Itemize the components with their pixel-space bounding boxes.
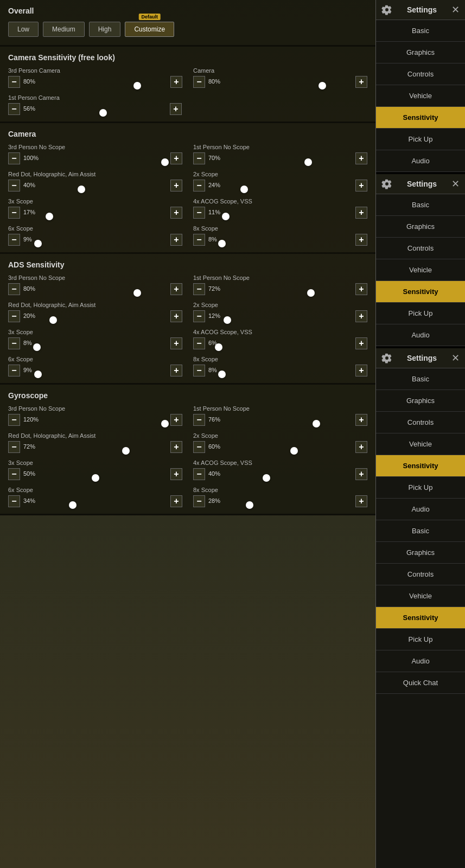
sidebar-sensitivity-3a[interactable]: Sensitivity bbox=[376, 455, 465, 477]
plus-3rd-person-camera[interactable]: + bbox=[170, 76, 182, 88]
minus-ads-2x[interactable]: − bbox=[193, 310, 205, 322]
minus-ads-3rd[interactable]: − bbox=[8, 283, 20, 295]
label-camera: Camera bbox=[193, 67, 367, 74]
close-btn-3[interactable]: ✕ bbox=[451, 353, 460, 363]
sidebar-audio-2[interactable]: Audio bbox=[376, 324, 465, 346]
minus-cam-1st[interactable]: − bbox=[193, 152, 205, 164]
sidebar-controls-3b[interactable]: Controls bbox=[376, 564, 465, 585]
plus-cam-6x[interactable]: + bbox=[170, 234, 182, 246]
minus-cam-2x[interactable]: − bbox=[193, 180, 205, 192]
minus-gyro-2x[interactable]: − bbox=[193, 441, 205, 453]
minus-cam-6x[interactable]: − bbox=[8, 234, 20, 246]
plus-cam-3rd[interactable]: + bbox=[170, 152, 182, 164]
plus-ads-3rd[interactable]: + bbox=[170, 283, 182, 295]
preset-high[interactable]: High bbox=[89, 22, 121, 37]
sidebar-basic-3a[interactable]: Basic bbox=[376, 368, 465, 390]
minus-ads-1st[interactable]: − bbox=[193, 283, 205, 295]
plus-ads-reddot[interactable]: + bbox=[170, 310, 182, 322]
minus-gyro-1st[interactable]: − bbox=[193, 414, 205, 426]
plus-1st-person-camera[interactable]: + bbox=[170, 103, 182, 115]
sidebar-vehicle-3b[interactable]: Vehicle bbox=[376, 585, 465, 607]
minus-cam-reddot[interactable]: − bbox=[8, 180, 20, 192]
sidebar-controls-3a[interactable]: Controls bbox=[376, 412, 465, 433]
cam-8x: 8x Scope − 8% + bbox=[193, 225, 367, 246]
sidebar-audio-1[interactable]: Audio bbox=[376, 150, 465, 172]
minus-gyro-8x[interactable]: − bbox=[193, 495, 205, 507]
sidebar-pickup-2[interactable]: Pick Up bbox=[376, 303, 465, 324]
sidebar-sensitivity-3b[interactable]: Sensitivity bbox=[376, 607, 465, 629]
sidebar-sensitivity-2[interactable]: Sensitivity bbox=[376, 281, 465, 303]
sidebar-basic-2[interactable]: Basic bbox=[376, 194, 465, 216]
minus-cam-8x[interactable]: − bbox=[193, 234, 205, 246]
minus-ads-3x[interactable]: − bbox=[8, 337, 20, 349]
sidebar-pickup-3b[interactable]: Pick Up bbox=[376, 629, 465, 650]
minus-cam-4x[interactable]: − bbox=[193, 207, 205, 219]
sidebar-quickchat-3[interactable]: Quick Chat bbox=[376, 672, 465, 694]
sidebar-pickup-1[interactable]: Pick Up bbox=[376, 129, 465, 150]
sidebar-audio-3b[interactable]: Audio bbox=[376, 650, 465, 672]
plus-ads-2x[interactable]: + bbox=[355, 310, 367, 322]
plus-cam-8x[interactable]: + bbox=[355, 234, 367, 246]
plus-gyro-1st[interactable]: + bbox=[355, 414, 367, 426]
sidebar-audio-3a[interactable]: Audio bbox=[376, 499, 465, 520]
preset-low[interactable]: Low bbox=[8, 22, 39, 37]
minus-gyro-3rd[interactable]: − bbox=[8, 414, 20, 426]
close-btn-1[interactable]: ✕ bbox=[451, 5, 460, 15]
plus-gyro-2x[interactable]: + bbox=[355, 441, 367, 453]
ads-8x: 8x Scope − 8% + bbox=[193, 356, 367, 376]
sidebar-sensitivity-1[interactable]: Sensitivity bbox=[376, 107, 465, 129]
minus-ads-4x[interactable]: − bbox=[193, 337, 205, 349]
plus-cam-1st[interactable]: + bbox=[355, 152, 367, 164]
ads-red-dot: Red Dot, Holographic, Aim Assist − 20% + bbox=[8, 302, 182, 322]
sidebar-graphics-1[interactable]: Graphics bbox=[376, 42, 465, 63]
sidebar-pickup-3a[interactable]: Pick Up bbox=[376, 477, 465, 499]
plus-gyro-3x[interactable]: + bbox=[170, 468, 182, 480]
minus-gyro-4x[interactable]: − bbox=[193, 468, 205, 480]
plus-ads-6x[interactable]: + bbox=[170, 365, 182, 376]
minus-1st-person-camera[interactable]: − bbox=[8, 103, 20, 115]
plus-gyro-8x[interactable]: + bbox=[355, 495, 367, 507]
plus-gyro-6x[interactable]: + bbox=[170, 495, 182, 507]
minus-ads-reddot[interactable]: − bbox=[8, 310, 20, 322]
sidebar-graphics-3a[interactable]: Graphics bbox=[376, 390, 465, 412]
minus-cam-3x[interactable]: − bbox=[8, 207, 20, 219]
minus-gyro-reddot[interactable]: − bbox=[8, 441, 20, 453]
sidebar-vehicle-3a[interactable]: Vehicle bbox=[376, 433, 465, 455]
minus-camera[interactable]: − bbox=[193, 76, 205, 88]
minus-3rd-person-camera[interactable]: − bbox=[8, 76, 20, 88]
plus-cam-3x[interactable]: + bbox=[170, 207, 182, 219]
plus-gyro-reddot[interactable]: + bbox=[170, 441, 182, 453]
sidebar-controls-2[interactable]: Controls bbox=[376, 238, 465, 259]
plus-ads-1st[interactable]: + bbox=[355, 283, 367, 295]
plus-cam-4x[interactable]: + bbox=[355, 207, 367, 219]
plus-ads-4x[interactable]: + bbox=[355, 337, 367, 349]
sidebar-graphics-3b[interactable]: Graphics bbox=[376, 542, 465, 564]
plus-camera[interactable]: + bbox=[355, 76, 367, 88]
minus-gyro-3x[interactable]: − bbox=[8, 468, 20, 480]
close-btn-2[interactable]: ✕ bbox=[451, 179, 460, 189]
minus-gyro-6x[interactable]: − bbox=[8, 495, 20, 507]
ads-1st-noscope: 1st Person No Scope − 72% + bbox=[193, 275, 367, 295]
preset-medium[interactable]: Medium bbox=[43, 22, 85, 37]
sidebar-basic-3b[interactable]: Basic bbox=[376, 520, 465, 542]
minus-ads-8x[interactable]: − bbox=[193, 365, 205, 376]
sidebar: Settings ✕ Basic Graphics Controls Vehic… bbox=[375, 0, 465, 868]
sidebar-graphics-2[interactable]: Graphics bbox=[376, 216, 465, 238]
label-3rd-person-camera: 3rd Person Camera bbox=[8, 67, 182, 74]
plus-ads-3x[interactable]: + bbox=[170, 337, 182, 349]
gyro-red-dot: Red Dot, Holographic, Aim Assist − 72% + bbox=[8, 432, 182, 453]
sidebar-vehicle-1[interactable]: Vehicle bbox=[376, 85, 465, 107]
plus-ads-8x[interactable]: + bbox=[355, 365, 367, 376]
plus-cam-2x[interactable]: + bbox=[355, 180, 367, 192]
sidebar-controls-1[interactable]: Controls bbox=[376, 63, 465, 85]
sidebar-group-1: Settings ✕ Basic Graphics Controls Vehic… bbox=[376, 0, 465, 174]
plus-gyro-3rd[interactable]: + bbox=[170, 414, 182, 426]
minus-cam-3rd[interactable]: − bbox=[8, 152, 20, 164]
plus-cam-reddot[interactable]: + bbox=[170, 180, 182, 192]
preset-customize[interactable]: Default Customize bbox=[125, 22, 174, 37]
plus-gyro-4x[interactable]: + bbox=[355, 468, 367, 480]
gyro-3x: 3x Scope − 50% + bbox=[8, 459, 182, 480]
sidebar-vehicle-2[interactable]: Vehicle bbox=[376, 259, 465, 281]
sidebar-basic-1[interactable]: Basic bbox=[376, 20, 465, 42]
minus-ads-6x[interactable]: − bbox=[8, 365, 20, 376]
